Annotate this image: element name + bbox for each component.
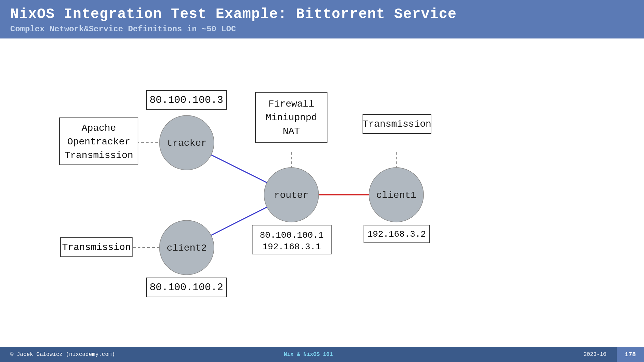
header-subtitle: Complex Network&Service Definitions in ∼… — [10, 24, 634, 34]
svg-text:client2: client2 — [167, 243, 207, 253]
svg-text:80.100.100.1: 80.100.100.1 — [260, 230, 323, 240]
svg-text:router: router — [274, 190, 309, 201]
footer-copyright: © Jacek Galowicz (nixcademy.com) — [0, 351, 212, 358]
header-title: NixOS Integration Test Example: Bittorre… — [10, 6, 634, 22]
svg-text:Opentracker: Opentracker — [67, 137, 131, 147]
svg-text:80.100.100.2: 80.100.100.2 — [150, 282, 223, 293]
svg-text:192.168.3.1: 192.168.3.1 — [262, 242, 321, 252]
diagram-svg: tracker router client1 client2 80.100.10… — [0, 38, 644, 347]
svg-text:80.100.100.3: 80.100.100.3 — [150, 94, 223, 106]
svg-text:Transmission: Transmission — [64, 150, 133, 161]
svg-text:NAT: NAT — [283, 126, 300, 137]
svg-text:client1: client1 — [376, 190, 416, 201]
svg-text:tracker: tracker — [167, 138, 207, 148]
footer: © Jacek Galowicz (nixcademy.com) Nix & N… — [0, 347, 644, 362]
footer-date: 2023-10 — [404, 351, 616, 358]
footer-course: Nix & NixOS 101 — [212, 351, 404, 358]
svg-text:192.168.3.2: 192.168.3.2 — [367, 229, 426, 239]
main-content: tracker router client1 client2 80.100.10… — [0, 38, 644, 347]
svg-text:Transmission: Transmission — [363, 119, 431, 129]
svg-text:Apache: Apache — [82, 123, 116, 133]
footer-page: 178 — [617, 347, 644, 362]
svg-text:Firewall: Firewall — [269, 99, 314, 109]
svg-text:Transmission: Transmission — [62, 242, 131, 253]
header: NixOS Integration Test Example: Bittorre… — [0, 0, 644, 38]
svg-text:Miniupnpd: Miniupnpd — [265, 112, 317, 123]
